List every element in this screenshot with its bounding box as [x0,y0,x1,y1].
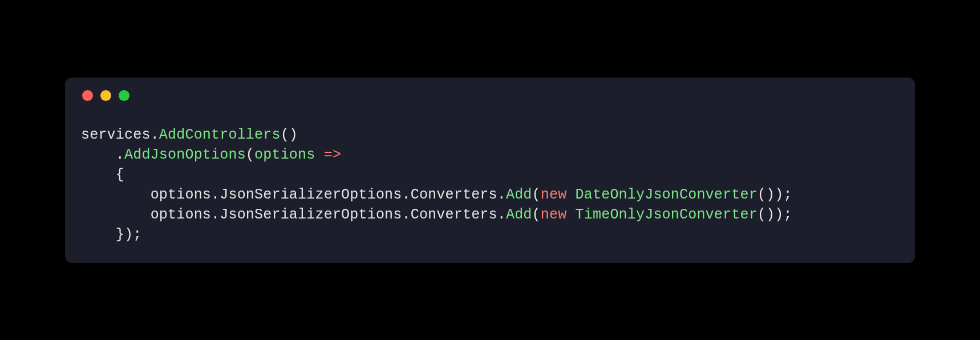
code-line-5: options.JsonSerializerOptions.Converters… [81,207,792,223]
code-line-4: options.JsonSerializerOptions.Converters… [81,187,792,203]
window-controls [82,90,899,101]
code-line-1: services.AddControllers() [81,127,298,143]
close-icon[interactable] [82,90,93,101]
maximize-icon[interactable] [119,90,129,101]
code-block: services.AddControllers() .AddJsonOption… [81,125,899,245]
minimize-icon[interactable] [100,90,111,101]
code-window: services.AddControllers() .AddJsonOption… [65,78,915,263]
code-line-6: }); [81,226,141,243]
code-line-2: .AddJsonOptions(options => [81,147,341,163]
code-line-3: { [81,167,124,183]
